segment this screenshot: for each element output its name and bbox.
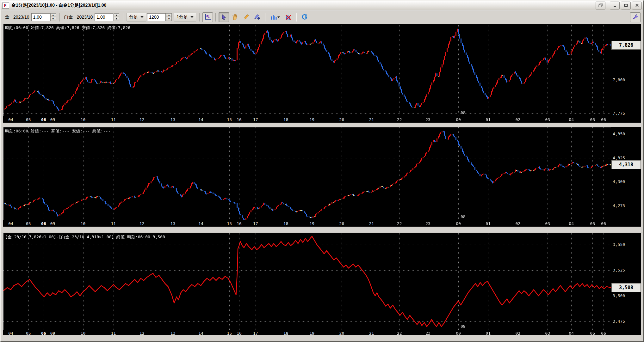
x-tick-label: 22 — [397, 117, 402, 122]
hand-icon — [232, 14, 238, 21]
marker-crosshair-button[interactable] — [252, 12, 262, 22]
spread-readout: [金 23/10 7,826×1.00]-[白金 23/10 4,318×1.0… — [5, 234, 165, 240]
spread-price-axis: 3,4753,5003,5253,5503,508 — [611, 233, 641, 330]
cursor-arrow-icon — [221, 14, 227, 20]
bar-count-up-button[interactable]: ▲ — [166, 13, 172, 17]
toolbar-separator — [296, 13, 297, 21]
x-tick-label: 00 — [456, 221, 461, 226]
panel-splitter[interactable] — [1, 227, 644, 233]
gold-month-label[interactable]: 2023/10 — [13, 15, 29, 20]
reload-button[interactable]: R — [299, 12, 310, 22]
bar-chart-x-icon — [285, 14, 292, 20]
platinum-month-label[interactable]: 2023/10 — [77, 15, 93, 20]
interval-dropdown[interactable]: 1分足 — [174, 13, 196, 21]
interval-value: 1分足 — [176, 14, 188, 20]
bar-count-down-button[interactable]: ▼ — [166, 17, 172, 21]
chart-cursor-mode-button[interactable] — [202, 12, 213, 22]
x-tick-label: 06 — [41, 117, 46, 122]
clear-chart-style-button[interactable] — [283, 12, 294, 22]
bar-count-input[interactable]: 1200 — [147, 13, 166, 21]
toolbar-separator — [59, 13, 60, 21]
toolbar-separator — [123, 13, 123, 21]
app-window: 金1分足[2023/10]1.00 - 白金1分足[2023/10]1.00 金… — [0, 0, 644, 342]
chart-panel-platinum: 時刻:06:00 始値:--- 高値:--- 安値:--- 終値:--- 08 … — [3, 127, 641, 227]
y-tick-label: 7,775 — [613, 111, 625, 116]
y-tick-label: 3,500 — [613, 293, 625, 298]
day-marker-label: 08 — [461, 214, 466, 219]
restore-windows-button[interactable] — [596, 2, 605, 9]
x-tick-label: 12 — [139, 221, 145, 226]
panel-splitter[interactable] — [1, 123, 644, 127]
svg-text:R: R — [305, 16, 307, 19]
day-marker-label: 08 — [461, 110, 466, 115]
pencil-icon — [243, 14, 250, 21]
platinum-time-axis: 0405060910111213141516171819202122230001… — [3, 220, 611, 227]
x-tick-label: 10 — [81, 221, 86, 226]
x-tick-label: 01 — [486, 117, 491, 122]
maximize-button[interactable] — [621, 2, 631, 9]
platinum-multiplier-input[interactable]: 1.00 — [95, 13, 113, 21]
minimize-button[interactable] — [610, 2, 620, 9]
platinum-price-axis: 4,2754,3004,3254,3504,318 — [611, 127, 641, 220]
chart-style-dropdown-button[interactable] — [268, 12, 282, 22]
chevron-down-icon — [277, 16, 280, 18]
x-tick-label: 20 — [339, 221, 344, 226]
toolbar-separator — [215, 13, 216, 21]
window-title: 金1分足[2023/10]1.00 - 白金1分足[2023/10]1.00 — [11, 3, 106, 8]
wrench-icon — [632, 14, 639, 20]
x-tick-label: 05 — [590, 221, 595, 226]
x-tick-label: 22 — [397, 221, 402, 226]
y-tick-label: 3,550 — [613, 242, 625, 247]
last-price-badge: 3,508 — [611, 283, 641, 292]
x-tick-label: 11 — [111, 117, 116, 122]
platinum-multiplier-up-button[interactable]: ▲ — [114, 13, 119, 17]
x-tick-label: 06 — [601, 221, 606, 226]
x-tick-label: 05 — [590, 117, 595, 122]
x-tick-label: 13 — [170, 221, 176, 226]
x-tick-label: 01 — [486, 221, 491, 226]
pan-hand-button[interactable] — [230, 12, 240, 22]
gold-ohlc-readout: 時刻:06:00 始値:7,826 高値:7,826 安値:7,826 終値:7… — [5, 25, 130, 31]
bar-type-value: 分足 — [129, 14, 138, 20]
x-tick-label: 04 — [569, 221, 574, 226]
y-tick-label: 4,350 — [613, 131, 625, 136]
app-candlestick-icon[interactable] — [2, 3, 9, 9]
x-tick-label: 02 — [515, 221, 520, 226]
close-button[interactable] — [632, 2, 642, 9]
gold-candlestick-chart[interactable] — [3, 24, 611, 116]
spread-line-chart[interactable] — [3, 233, 611, 330]
bar-type-dropdown[interactable]: 分足 — [127, 13, 146, 21]
platinum-multiplier-down-button[interactable]: ▼ — [114, 17, 119, 21]
y-tick-label: 4,325 — [613, 156, 625, 160]
x-tick-label: 14 — [198, 221, 203, 226]
settings-button[interactable] — [630, 12, 641, 22]
x-tick-label: 13 — [170, 117, 176, 122]
gold-multiplier-up-button[interactable]: ▲ — [50, 13, 56, 17]
x-tick-label: 04 — [8, 221, 13, 226]
titlebar: 金1分足[2023/10]1.00 - 白金1分足[2023/10]1.00 — [1, 1, 643, 10]
x-tick-label: 00 — [456, 117, 461, 122]
y-tick-label: 7,800 — [613, 77, 625, 82]
y-tick-label: 4,300 — [613, 179, 625, 184]
x-tick-label: 16 — [237, 221, 242, 226]
day-marker-label: 08 — [461, 324, 466, 329]
x-tick-label: 15 — [227, 221, 232, 226]
gold-multiplier-down-button[interactable]: ▼ — [50, 17, 56, 21]
bar-chart-icon — [270, 14, 277, 20]
platinum-candlestick-chart[interactable] — [3, 127, 611, 220]
y-tick-label: 3,475 — [613, 319, 625, 324]
last-price-badge: 7,826 — [611, 41, 641, 50]
x-tick-label: 18 — [283, 117, 288, 122]
gold-multiplier-input[interactable]: 1.00 — [31, 13, 50, 21]
gold-label: 金 — [5, 14, 9, 20]
draw-line-button[interactable] — [241, 12, 251, 22]
x-tick-label: 09 — [50, 117, 55, 122]
x-tick-label: 12 — [139, 117, 145, 122]
x-tick-label: 09 — [50, 221, 55, 226]
gold-multiplier-spinner: 1.00 ▲ ▼ — [31, 13, 56, 21]
select-cursor-button[interactable] — [219, 12, 229, 22]
toolbar-separator — [199, 13, 200, 21]
x-tick-label: 03 — [545, 221, 550, 226]
chevron-down-icon — [140, 16, 144, 18]
x-tick-label: 02 — [515, 117, 520, 122]
